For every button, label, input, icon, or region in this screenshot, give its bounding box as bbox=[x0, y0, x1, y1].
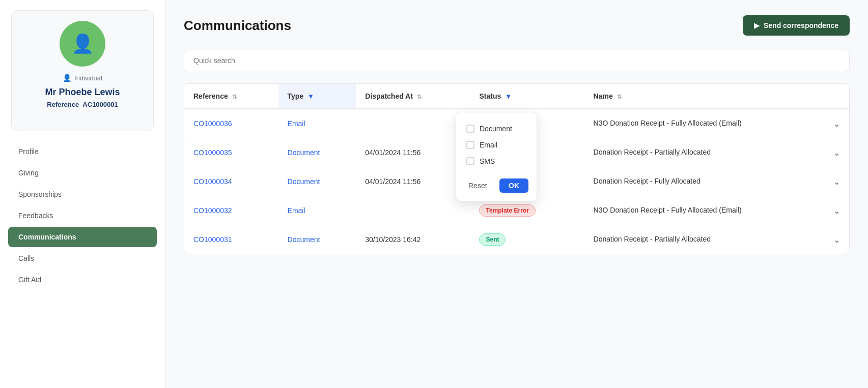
expand-co1000032[interactable]: ⌄ bbox=[833, 206, 840, 216]
filter-ok-button[interactable]: OK bbox=[499, 178, 528, 193]
page-title: Communications bbox=[184, 18, 291, 34]
col-dispatched-at: Dispatched At ⇅ bbox=[356, 84, 470, 109]
status-co1000031: Sent bbox=[479, 233, 506, 246]
individual-badge: 👤 Individual bbox=[63, 74, 102, 82]
table-row: CO1000031 Document 30/10/2023 16:42 Sent… bbox=[184, 225, 849, 254]
filter-reset-button[interactable]: Reset bbox=[464, 178, 491, 193]
expand-co1000031[interactable]: ⌄ bbox=[833, 235, 840, 245]
send-correspondence-button[interactable]: ▶ Send correspondence bbox=[743, 15, 850, 36]
nav-menu: Profile Giving Sponsorships Feedbacks Co… bbox=[0, 141, 165, 291]
type-co1000035: Document bbox=[288, 148, 320, 157]
filter-icon-type[interactable]: ▼ bbox=[307, 93, 314, 100]
ref-co1000035[interactable]: CO1000035 bbox=[193, 148, 232, 157]
dropdown-actions: Reset OK bbox=[464, 174, 528, 193]
individual-label: Individual bbox=[74, 74, 102, 82]
avatar: 👤 bbox=[60, 21, 105, 67]
filter-option-email[interactable]: Email bbox=[464, 137, 528, 153]
user-icon: 👤 bbox=[71, 33, 94, 54]
sidebar: 👤 👤 Individual Mr Phoebe Lewis Reference… bbox=[0, 0, 165, 388]
ref-co1000031[interactable]: CO1000031 bbox=[193, 235, 232, 244]
sidebar-item-gift-aid[interactable]: Gift Aid bbox=[8, 270, 157, 290]
name-co1000035: Donation Receipt - Partially Allocated ⌄ bbox=[584, 138, 849, 167]
expand-co1000036[interactable]: ⌄ bbox=[833, 119, 840, 129]
name-co1000034: Donation Receipt - Fully Allocated ⌄ bbox=[584, 167, 849, 196]
checkbox-email[interactable] bbox=[466, 141, 474, 149]
filter-label-document: Document bbox=[480, 125, 512, 133]
sidebar-item-calls[interactable]: Calls bbox=[8, 248, 157, 268]
sidebar-item-profile[interactable]: Profile bbox=[8, 141, 157, 162]
name-co1000031: Donation Receipt - Partially Allocated ⌄ bbox=[584, 225, 849, 254]
profile-card: 👤 👤 Individual Mr Phoebe Lewis Reference… bbox=[11, 10, 154, 131]
reference-label: Reference bbox=[47, 101, 79, 108]
sidebar-item-sponsorships[interactable]: Sponsorships bbox=[8, 184, 157, 204]
sort-icon-dispatched[interactable]: ⇅ bbox=[417, 94, 422, 100]
col-type: Type ▼ bbox=[278, 84, 356, 109]
sort-icon-reference[interactable]: ⇅ bbox=[232, 94, 237, 100]
dispatched-co1000031: 30/10/2023 16:42 bbox=[356, 225, 470, 254]
type-co1000034: Document bbox=[288, 177, 320, 186]
sort-icon-name[interactable]: ⇅ bbox=[617, 94, 622, 100]
dispatched-co1000032 bbox=[356, 196, 470, 225]
col-name: Name ⇅ bbox=[584, 84, 849, 109]
type-co1000031: Document bbox=[288, 235, 320, 244]
ref-co1000034[interactable]: CO1000034 bbox=[193, 177, 232, 186]
filter-option-sms[interactable]: SMS bbox=[464, 153, 528, 169]
expand-co1000034[interactable]: ⌄ bbox=[833, 177, 840, 187]
filter-option-document[interactable]: Document bbox=[464, 121, 528, 137]
expand-co1000035[interactable]: ⌄ bbox=[833, 148, 840, 158]
type-co1000032: Email bbox=[288, 206, 305, 215]
dispatched-co1000034: 04/01/2024 11:56 bbox=[356, 167, 470, 196]
user-reference: Reference AC1000001 bbox=[47, 101, 118, 108]
filter-label-email: Email bbox=[480, 141, 497, 149]
checkbox-document[interactable] bbox=[466, 125, 474, 133]
dispatched-co1000035: 04/01/2024 11:56 bbox=[356, 138, 470, 167]
dispatched-co1000036 bbox=[356, 109, 470, 138]
app-layout: 👤 👤 Individual Mr Phoebe Lewis Reference… bbox=[0, 0, 868, 388]
table-header: Reference ⇅ Type ▼ Dispatched At ⇅ Sta bbox=[184, 84, 849, 109]
checkbox-sms[interactable] bbox=[466, 157, 474, 165]
filter-icon-status[interactable]: ▼ bbox=[505, 93, 512, 100]
ref-co1000036[interactable]: CO1000036 bbox=[193, 120, 232, 128]
send-button-label: Send correspondence bbox=[764, 21, 838, 29]
ref-co1000032[interactable]: CO1000032 bbox=[193, 206, 232, 215]
col-status: Status ▼ bbox=[470, 84, 584, 109]
main-content: Communications ▶ Send correspondence Ref… bbox=[165, 0, 868, 388]
person-icon: 👤 bbox=[63, 74, 71, 82]
type-filter-dropdown: Document Email SMS Reset OK bbox=[456, 112, 537, 201]
filter-label-sms: SMS bbox=[480, 157, 495, 165]
col-reference: Reference ⇅ bbox=[184, 84, 278, 109]
sidebar-item-communications[interactable]: Communications bbox=[8, 227, 157, 247]
reference-value: AC1000001 bbox=[82, 101, 118, 108]
sidebar-item-feedbacks[interactable]: Feedbacks bbox=[8, 205, 157, 226]
name-co1000032: N3O Donation Receipt - Fully Allocated (… bbox=[584, 196, 849, 225]
search-input[interactable] bbox=[184, 50, 850, 71]
name-co1000036: N3O Donation Receipt - Fully Allocated (… bbox=[584, 109, 849, 138]
sidebar-item-giving[interactable]: Giving bbox=[8, 163, 157, 183]
page-header: Communications ▶ Send correspondence bbox=[184, 15, 850, 36]
type-co1000036: Email bbox=[288, 120, 305, 128]
user-name: Mr Phoebe Lewis bbox=[45, 87, 120, 98]
status-co1000032: Template Error bbox=[479, 204, 535, 217]
send-icon: ▶ bbox=[754, 21, 760, 29]
